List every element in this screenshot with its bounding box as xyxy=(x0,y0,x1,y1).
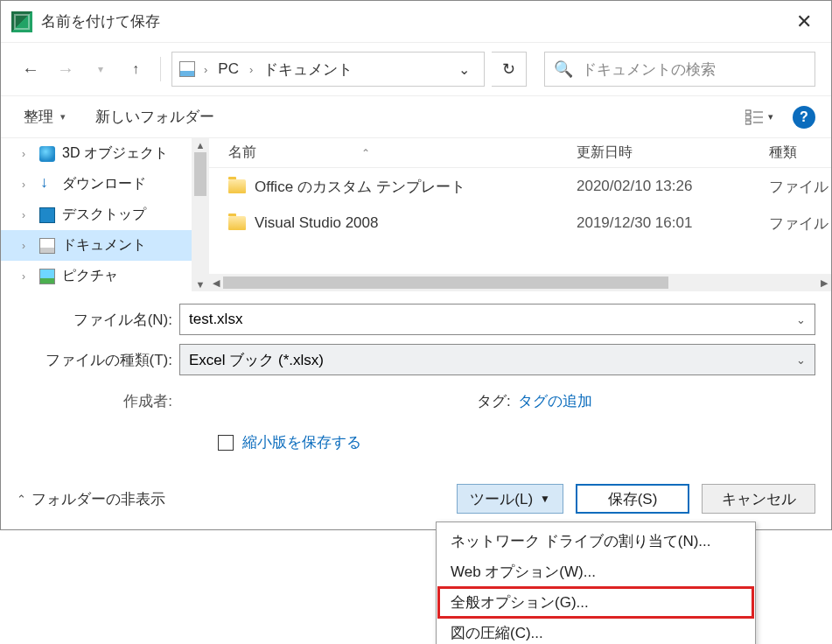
scroll-thumb[interactable] xyxy=(223,276,668,289)
scroll-up-icon[interactable]: ▲ xyxy=(194,138,207,152)
scroll-down-icon[interactable]: ▼ xyxy=(194,277,207,291)
file-list: 名前⌃ 更新日時 種類 Office のカスタム テンプレート 2020/02/… xyxy=(209,138,831,291)
svg-rect-1 xyxy=(745,116,751,119)
folder-tree: ›3D オブジェクト ›ダウンロード ›デスクトップ ›ドキュメント ›ピクチャ… xyxy=(1,138,209,291)
forward-button[interactable]: → xyxy=(52,55,80,83)
svg-rect-2 xyxy=(745,121,751,124)
tree-label: デスクトップ xyxy=(62,206,146,224)
column-name[interactable]: 名前⌃ xyxy=(209,144,577,162)
search-icon: 🔍 xyxy=(554,60,573,79)
file-name: Visual Studio 2008 xyxy=(255,214,378,232)
separator xyxy=(160,57,161,81)
menu-item-general-options[interactable]: 全般オプション(G)... xyxy=(438,587,753,618)
filename-value: test.xlsx xyxy=(189,311,242,328)
cancel-button[interactable]: キャンセル xyxy=(702,484,815,514)
search-placeholder: ドキュメントの検索 xyxy=(582,60,716,80)
tree-label: ダウンロード xyxy=(62,175,146,193)
add-tag-link[interactable]: タグの追加 xyxy=(518,391,592,411)
filename-input[interactable]: test.xlsx ⌄ xyxy=(179,304,815,335)
3d-objects-icon xyxy=(39,146,55,162)
file-type: ファイル xyxy=(769,214,831,234)
address-bar[interactable]: › PC › ドキュメント ⌄ xyxy=(171,52,485,87)
tree-item-3d-objects[interactable]: ›3D オブジェクト xyxy=(1,138,209,169)
desktop-icon xyxy=(39,207,55,223)
thumbnail-label[interactable]: 縮小版を保存する xyxy=(242,432,361,452)
author-label: 作成者: xyxy=(17,391,179,411)
tree-item-desktop[interactable]: ›デスクトップ xyxy=(1,200,209,230)
list-header: 名前⌃ 更新日時 種類 xyxy=(209,138,831,168)
back-button[interactable]: ← xyxy=(17,55,45,83)
folder-icon xyxy=(228,179,246,193)
tree-label: ピクチャ xyxy=(62,267,118,285)
save-button[interactable]: 保存(S) xyxy=(576,484,689,514)
tree-scrollbar[interactable]: ▲ ▼ xyxy=(192,138,209,291)
svg-rect-0 xyxy=(745,110,751,114)
address-dropdown[interactable]: ⌄ xyxy=(451,58,477,81)
file-name: Office のカスタム テンプレート xyxy=(255,177,465,197)
folder-icon xyxy=(228,216,246,230)
filetype-select[interactable]: Excel ブック (*.xlsx) ⌄ xyxy=(179,344,815,375)
refresh-button[interactable]: ↻ xyxy=(492,52,527,87)
dropdown-icon[interactable]: ⌄ xyxy=(796,313,806,326)
pictures-icon xyxy=(39,269,55,284)
filename-label: ファイル名(N): xyxy=(17,310,179,330)
titlebar: 名前を付けて保存 ✕ xyxy=(1,1,831,43)
menu-item-web-options[interactable]: Web オプション(W)... xyxy=(438,556,753,587)
form-area: ファイル名(N): test.xlsx ⌄ ファイルの種類(T): Excel … xyxy=(1,291,831,463)
downloads-icon xyxy=(39,177,55,192)
tree-label: ドキュメント xyxy=(62,236,146,255)
location-icon xyxy=(179,61,195,77)
breadcrumb-documents[interactable]: ドキュメント xyxy=(262,58,354,81)
chevron-up-icon: ⌃ xyxy=(17,493,26,506)
column-type[interactable]: 種類 xyxy=(769,144,831,162)
menu-item-compress-pictures[interactable]: 図の圧縮(C)... xyxy=(438,618,753,644)
tree-item-pictures[interactable]: ›ピクチャ xyxy=(1,261,209,291)
toolbar: 整理 新しいフォルダー ▾ ? xyxy=(1,95,831,138)
list-item[interactable]: Office のカスタム テンプレート 2020/02/10 13:26 ファイ… xyxy=(209,168,831,205)
breadcrumb-pc[interactable]: PC xyxy=(216,59,241,80)
tree-item-documents[interactable]: ›ドキュメント xyxy=(1,230,209,261)
body: ›3D オブジェクト ›ダウンロード ›デスクトップ ›ドキュメント ›ピクチャ… xyxy=(1,138,831,291)
list-h-scrollbar[interactable]: ◀ ▶ xyxy=(209,274,831,291)
sort-indicator-icon: ⌃ xyxy=(361,147,370,159)
tools-menu: ネットワーク ドライブの割り当て(N)... Web オプション(W)... 全… xyxy=(436,522,756,644)
filetype-value: Excel ブック (*.xlsx) xyxy=(189,350,324,370)
excel-icon xyxy=(11,11,32,32)
menu-item-map-drive[interactable]: ネットワーク ドライブの割り当て(N)... xyxy=(438,526,753,556)
filetype-label: ファイルの種類(T): xyxy=(17,350,179,370)
hide-folders-toggle[interactable]: ⌃ フォルダーの非表示 xyxy=(17,489,165,509)
dialog-title: 名前を付けて保存 xyxy=(41,11,160,32)
thumbnail-checkbox[interactable] xyxy=(218,435,234,451)
file-date: 2020/02/10 13:26 xyxy=(577,178,769,195)
scroll-thumb[interactable] xyxy=(194,152,206,196)
tag-label: タグ: xyxy=(477,391,511,411)
tree-item-downloads[interactable]: ›ダウンロード xyxy=(1,169,209,200)
chevron-right-icon[interactable]: › xyxy=(200,63,211,76)
file-date: 2019/12/30 16:01 xyxy=(577,214,769,232)
documents-icon xyxy=(39,238,55,254)
column-date[interactable]: 更新日時 xyxy=(577,144,769,162)
close-button[interactable]: ✕ xyxy=(787,7,821,37)
recent-dropdown[interactable]: ▾ xyxy=(87,55,115,83)
scroll-right-icon[interactable]: ▶ xyxy=(817,277,831,289)
tree-label: 3D オブジェクト xyxy=(62,144,168,163)
dropdown-icon[interactable]: ⌄ xyxy=(796,354,806,367)
nav-bar: ← → ▾ ↑ › PC › ドキュメント ⌄ ↻ 🔍 ドキュメントの検索 xyxy=(1,43,831,95)
view-mode-button[interactable]: ▾ xyxy=(740,106,779,129)
new-folder-button[interactable]: 新しいフォルダー xyxy=(88,102,221,132)
save-as-dialog: 名前を付けて保存 ✕ ← → ▾ ↑ › PC › ドキュメント ⌄ ↻ 🔍 ド… xyxy=(0,0,832,530)
search-input[interactable]: 🔍 ドキュメントの検索 xyxy=(544,52,815,87)
organize-button[interactable]: 整理 xyxy=(17,102,73,132)
file-type: ファイル xyxy=(769,177,831,197)
footer: ⌃ フォルダーの非表示 ツール(L) ▼ 保存(S) キャンセル xyxy=(1,463,831,529)
tools-button[interactable]: ツール(L) ▼ xyxy=(457,484,563,514)
chevron-right-icon[interactable]: › xyxy=(246,63,256,76)
list-item[interactable]: Visual Studio 2008 2019/12/30 16:01 ファイル xyxy=(209,205,831,242)
dropdown-icon: ▼ xyxy=(540,493,550,505)
help-button[interactable]: ? xyxy=(793,106,815,129)
scroll-left-icon[interactable]: ◀ xyxy=(209,277,223,289)
up-button[interactable]: ↑ xyxy=(122,55,150,83)
